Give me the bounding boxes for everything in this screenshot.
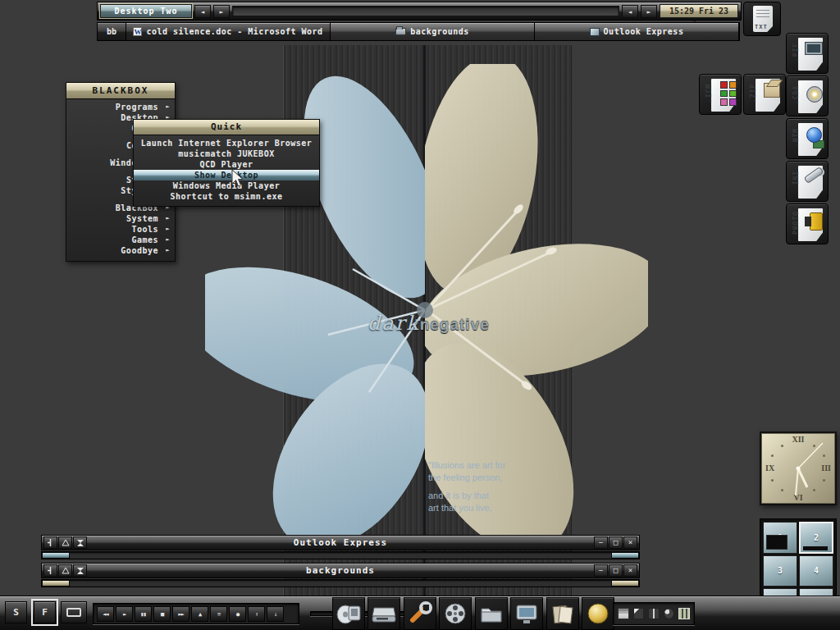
dock-hard-drive-icon[interactable] (368, 597, 400, 630)
analog-clock-widget: XII III VI IX (760, 431, 837, 505)
pif-file-icon[interactable]: .PIF (786, 33, 829, 74)
maximize-button[interactable]: □ (609, 536, 623, 549)
s-button[interactable]: S (5, 601, 27, 623)
volume-down-button[interactable]: ↓ (267, 606, 284, 622)
quote-line: the feeling person, (428, 472, 539, 484)
submenu-arrow-icon: ► (166, 102, 170, 112)
submenu-arrow-icon: ► (166, 245, 170, 256)
zip-file-icon[interactable]: .ZIP (743, 74, 786, 115)
photo-file-icon[interactable]: PHOTO (786, 203, 829, 244)
menu-item-goodbye[interactable]: Goodbye► (66, 245, 175, 256)
resize-grip-right[interactable] (611, 552, 639, 559)
pif-label: .PIF (792, 36, 800, 69)
dock-wrench-icon[interactable] (404, 597, 436, 630)
wallpaper-brand: darknegative (368, 312, 490, 335)
cda-file-icon[interactable]: .CDA (786, 75, 829, 116)
minimize-button[interactable]: − (594, 536, 608, 549)
dock-power-orb-icon[interactable] (582, 597, 614, 630)
titlebar[interactable]: Outlook Express − □ × (41, 535, 640, 550)
submenu-item-msimn[interactable]: Shortcut to msimn.exe (134, 191, 319, 202)
task-label: cold silence.doc - Microsoft Word (146, 27, 322, 36)
window-backgrounds: backgrounds − □ × (41, 563, 640, 587)
submenu-item-musicmatch[interactable]: musicmatch JUKEBOX (134, 148, 319, 159)
pager-cell-4[interactable]: 4 (799, 555, 833, 587)
stick-button[interactable] (43, 536, 57, 549)
play-button[interactable]: ► (116, 606, 133, 622)
dock-cd-monitor-icon[interactable] (332, 597, 365, 630)
menu-item-games[interactable]: Games► (66, 235, 175, 245)
submenu-item-launch-ie[interactable]: Launch Internet Explorer Browser (134, 138, 319, 148)
menu-item-system[interactable]: System► (66, 213, 175, 224)
bb-menu-button[interactable]: bb (98, 23, 126, 40)
close-button[interactable]: × (623, 536, 637, 549)
rewind-button[interactable]: ◄◄ (97, 606, 114, 622)
shade-button[interactable] (58, 564, 72, 577)
titlebar[interactable]: backgrounds − □ × (41, 563, 640, 578)
screen-grid-tray-icon[interactable] (678, 608, 690, 619)
display-tray-icon[interactable] (633, 608, 645, 619)
window-mode-button[interactable] (61, 601, 87, 623)
submenu-arrow-icon: ► (166, 235, 170, 245)
task-backgrounds[interactable]: backgrounds (331, 23, 535, 40)
pager-cell-1[interactable]: 1 (763, 522, 797, 554)
resize-grip-left[interactable] (42, 552, 70, 559)
prev-workspace-button[interactable]: ◄ (194, 5, 211, 18)
pager-cell-number: 3 (778, 566, 783, 575)
pager-cell-2[interactable]: 2 (799, 522, 833, 554)
menu-item-tools[interactable]: Tools► (66, 224, 175, 235)
window-title: Outlook Express (87, 537, 594, 548)
media-control-panel: ◄◄ ► ▮▮ ■ ►► ▲ ≡ ● ↑ ↓ (93, 603, 299, 624)
iconify-hourglass-button[interactable] (73, 564, 87, 577)
htm-file-icon[interactable]: .HTM (786, 118, 829, 159)
next-window-button[interactable]: ► (641, 5, 657, 18)
icm-file-icon[interactable]: .ICM (699, 74, 742, 115)
dock-documents-icon[interactable] (546, 597, 579, 630)
dock-display-icon[interactable] (510, 597, 543, 630)
submenu-item-wmp[interactable]: Windows Media Player (134, 180, 319, 191)
stop-button[interactable]: ■ (153, 606, 171, 622)
playlist-button[interactable]: ≡ (210, 606, 227, 622)
eject-button[interactable]: ▲ (191, 606, 208, 622)
volume-tray-icon[interactable] (648, 608, 660, 619)
close-button[interactable]: × (623, 564, 637, 577)
volume-up-button[interactable]: ↑ (248, 606, 265, 622)
iconify-hourglass-button[interactable] (73, 536, 87, 549)
ini-file-icon[interactable]: .INI (786, 161, 829, 202)
pager-cell-number: 2 (814, 533, 819, 542)
key-tray-icon[interactable] (664, 608, 675, 619)
task-label: backgrounds (410, 27, 469, 36)
f-button[interactable]: F (34, 601, 56, 623)
window-resize-bar[interactable] (41, 551, 640, 559)
pager-cell-3[interactable]: 3 (763, 555, 797, 587)
globe-emblem (806, 127, 822, 143)
menu-item-programs[interactable]: Programs► (66, 102, 175, 112)
maximize-button[interactable]: □ (609, 564, 623, 577)
resize-grip-left[interactable] (42, 580, 70, 587)
forward-button[interactable]: ►► (172, 606, 189, 622)
record-button[interactable]: ● (229, 606, 246, 622)
pager-mini-window (766, 535, 788, 550)
submenu-title: Quick (134, 120, 319, 135)
window-resize-bar[interactable] (41, 579, 640, 587)
task-word-document[interactable]: W cold silence.doc - Microsoft Word (126, 23, 331, 40)
shade-button[interactable] (58, 536, 72, 549)
submenu-item-qcd-player[interactable]: QCD Player (134, 159, 319, 170)
pause-button[interactable]: ▮▮ (135, 606, 152, 622)
color-grid-emblem (720, 81, 737, 106)
zip-label: .ZIP (750, 77, 757, 110)
txt-file-icon[interactable]: TXT (743, 2, 781, 36)
next-workspace-button[interactable]: ► (213, 5, 230, 18)
prev-window-button[interactable]: ◄ (622, 5, 638, 18)
dock-film-reel-icon[interactable] (439, 597, 472, 630)
submenu-item-show-desktop[interactable]: Show Desktop (134, 170, 319, 180)
minimize-button[interactable]: − (594, 564, 608, 577)
task-outlook-express[interactable]: Outlook Express (535, 23, 739, 40)
package-box-emblem (764, 83, 780, 98)
resize-grip-right[interactable] (611, 580, 639, 587)
cda-label: .CDA (792, 79, 800, 112)
dock-folder-icon[interactable] (475, 597, 508, 630)
stick-button[interactable] (43, 564, 57, 577)
notes-tray-icon[interactable] (618, 608, 629, 619)
word-icon: W (133, 27, 142, 36)
workspace-label[interactable]: Desktop Two (100, 4, 192, 18)
